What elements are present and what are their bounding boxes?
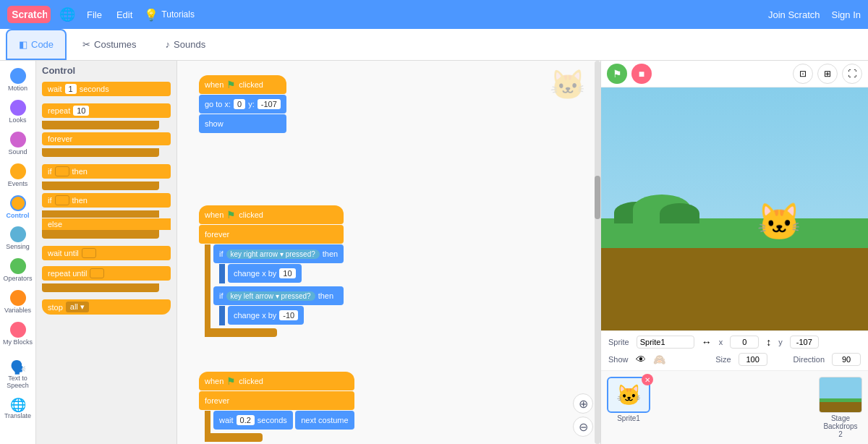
- sprite-info-bar: Sprite ↔ x ↕ y Show 👁 🙈 Size Direction: [601, 330, 868, 371]
- forever-bottom-3: [205, 433, 263, 442]
- sprite-delete-btn[interactable]: ✕: [642, 374, 653, 385]
- scrollbar-thumb[interactable]: [595, 176, 600, 219]
- scratch-logo[interactable]: Scratch: [7, 6, 51, 23]
- eye-closed-icon[interactable]: 🙈: [653, 354, 665, 365]
- block-wait[interactable]: wait 1 seconds: [42, 82, 171, 96]
- stage-fullscreen-btn[interactable]: ⛶: [842, 64, 862, 84]
- globe-icon[interactable]: 🌐: [59, 7, 75, 22]
- ground-bg: [601, 238, 868, 330]
- cat-watermark: 🐱: [550, 68, 586, 102]
- svg-text:Scratch: Scratch: [12, 9, 47, 20]
- direction-label: Direction: [793, 355, 825, 364]
- cat-translate[interactable]: 🌐 Translate: [0, 394, 35, 423]
- block-if-else[interactable]: if then: [42, 193, 171, 208]
- block-if-left[interactable]: if key left arrow ▾ pressed? then: [213, 286, 344, 305]
- block-forever[interactable]: forever: [42, 132, 171, 145]
- forever-bottom: [205, 328, 277, 337]
- sounds-icon: ♪: [166, 39, 171, 50]
- block-show[interactable]: show: [199, 114, 286, 133]
- tab-costumes[interactable]: ✂ Costumes: [69, 29, 150, 60]
- cat-control[interactable]: Control: [0, 192, 35, 223]
- sprite-x-input[interactable]: [730, 336, 759, 349]
- if-left-body: change x by -10: [219, 306, 344, 325]
- y-label: y: [778, 338, 783, 346]
- block-wait-02[interactable]: wait 0.2 seconds: [213, 411, 293, 430]
- sprite-name-input[interactable]: [637, 336, 694, 349]
- show-label: Show: [608, 355, 629, 364]
- sprite-direction-input[interactable]: [832, 353, 861, 366]
- backdrops-label: Backdrops: [819, 422, 862, 430]
- block-stop[interactable]: stop all ▾: [42, 299, 171, 315]
- sprite1-label: Sprite1: [607, 414, 650, 422]
- block-forever-2[interactable]: forever: [199, 225, 344, 244]
- block-else-label: else: [42, 218, 171, 230]
- block-forever-3[interactable]: forever: [199, 391, 354, 410]
- tab-bar: ◧ Code ✂ Costumes ♪ Sounds: [0, 29, 868, 61]
- nav-file[interactable]: File: [87, 9, 102, 20]
- stage-small-btn[interactable]: ⊡: [793, 64, 813, 84]
- block-next-costume[interactable]: next costume: [295, 411, 354, 430]
- cat-operators[interactable]: Operators: [0, 255, 35, 286]
- cat-sprite: 🐱: [757, 201, 801, 243]
- forever-body: if key right arrow ▾ pressed? then chang…: [205, 244, 344, 328]
- cat-myblocks[interactable]: My Blocks: [0, 319, 35, 349]
- sprite-y-input[interactable]: [790, 336, 819, 349]
- nav-edit[interactable]: Edit: [116, 9, 132, 20]
- block-if-right[interactable]: if key right arrow ▾ pressed? then: [213, 244, 344, 263]
- block-when-flag-2[interactable]: when ⚑ clicked: [199, 205, 344, 224]
- script-group-2[interactable]: when ⚑ clicked forever if key right arro…: [199, 205, 344, 337]
- green-flag-btn[interactable]: ⚑: [607, 64, 627, 84]
- block-when-flag-3[interactable]: when ⚑ clicked: [199, 372, 354, 390]
- stage-label: Stage: [819, 414, 862, 422]
- block-goto[interactable]: go to x: 0 y: -107: [199, 95, 286, 114]
- if-right-body: change x by 10: [219, 264, 344, 283]
- sprite-size-input[interactable]: [739, 353, 767, 366]
- cat-motion[interactable]: Motion: [0, 65, 35, 95]
- cat-sound[interactable]: Sound: [0, 129, 35, 159]
- block-change-x-neg[interactable]: change x by -10: [228, 306, 304, 325]
- backdrops-count: 2: [819, 430, 862, 438]
- forever-body-3: wait 0.2 seconds next costume: [205, 411, 354, 433]
- block-repeat[interactable]: repeat 10: [42, 103, 171, 118]
- x-label: x: [719, 338, 723, 346]
- block-when-flag-1[interactable]: when ⚑ clicked: [199, 75, 286, 94]
- join-scratch-link[interactable]: Join Scratch: [768, 9, 820, 20]
- stage-thumb-img: [819, 377, 862, 413]
- scripts-area[interactable]: 🐱 when ⚑ clicked go to x: 0 y: -107 show…: [177, 61, 600, 444]
- blocks-panel-title: Control: [42, 65, 171, 76]
- cat-events[interactable]: Events: [0, 161, 35, 191]
- block-if[interactable]: if then: [42, 164, 171, 179]
- y-axis-icon: ↕: [766, 336, 771, 348]
- sprite-label: Sprite: [608, 338, 629, 346]
- scrollbar[interactable]: [595, 61, 600, 444]
- eye-open-icon[interactable]: 👁: [636, 354, 646, 365]
- tab-sounds[interactable]: ♪ Sounds: [153, 29, 219, 60]
- nav-tutorials[interactable]: 💡 Tutorials: [144, 8, 195, 22]
- stage-section: Stage Backdrops 2: [819, 377, 862, 438]
- x-axis-icon: ↔: [702, 336, 712, 348]
- size-label: Size: [715, 355, 731, 364]
- sign-in-link[interactable]: Sign In: [832, 9, 861, 20]
- cat-sensing[interactable]: Sensing: [0, 223, 35, 254]
- script-group-1[interactable]: when ⚑ clicked go to x: 0 y: -107 show: [199, 75, 286, 134]
- tab-code[interactable]: ◧ Code: [6, 29, 67, 60]
- cat-tts[interactable]: 🗣️ Text to Speech: [0, 357, 35, 393]
- script-group-3[interactable]: when ⚑ clicked forever wait 0.2 seconds …: [199, 372, 354, 442]
- cat-looks[interactable]: Looks: [0, 97, 35, 127]
- right-panel: ⚑ ■ ⊡ ⊞ ⛶ 🐱 Sprite ↔: [600, 61, 868, 444]
- stop-btn[interactable]: ■: [631, 64, 652, 84]
- sprite-thumb-sprite1[interactable]: ✕ 🐱 Sprite1: [607, 377, 650, 422]
- zoom-controls: ⊕ ⊖: [573, 393, 593, 437]
- block-wait-until[interactable]: wait until: [42, 246, 171, 260]
- blocks-panel: Control wait 1 seconds repeat 10 forever…: [36, 61, 177, 444]
- stage-top-controls: ⚑ ■ ⊡ ⊞ ⛶: [601, 61, 868, 87]
- zoom-in-btn[interactable]: ⊕: [573, 393, 593, 414]
- sprites-list: ✕ 🐱 Sprite1 Stage Backdrops 2: [601, 371, 868, 444]
- zoom-out-btn[interactable]: ⊖: [573, 417, 593, 437]
- stage-medium-btn[interactable]: ⊞: [817, 64, 838, 84]
- block-change-x-pos[interactable]: change x by 10: [228, 264, 302, 283]
- block-repeat-until[interactable]: repeat until: [42, 266, 171, 281]
- cat-variables[interactable]: Variables: [0, 287, 35, 317]
- stage-thumb[interactable]: Stage: [819, 377, 862, 422]
- stage-canvas: 🐱: [601, 87, 868, 330]
